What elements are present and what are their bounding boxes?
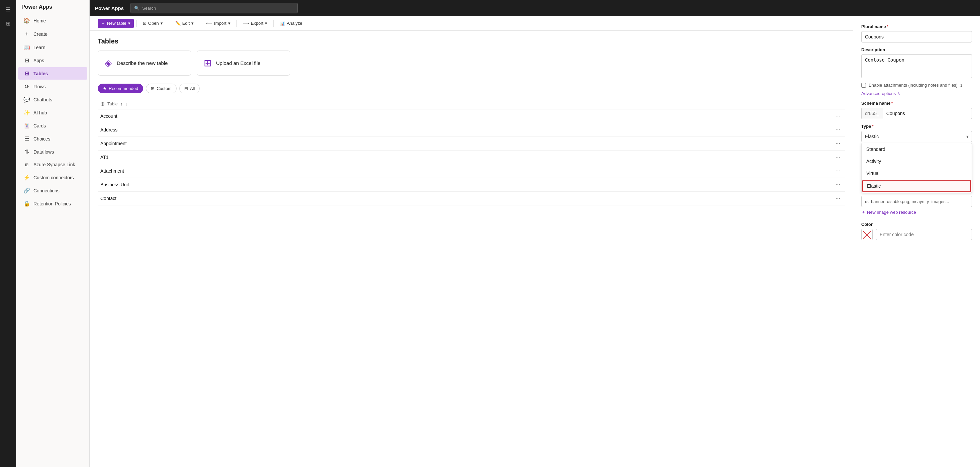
table-row[interactable]: Account ⋯: [98, 109, 845, 123]
analyze-button[interactable]: 📊 Analyze: [276, 19, 305, 27]
chatbots-icon: 💬: [24, 96, 30, 103]
more-options-icon[interactable]: ⋯: [834, 167, 842, 174]
sidebar-item-ai-hub[interactable]: ✨ AI hub: [18, 107, 87, 119]
toolbar-divider-3: [200, 20, 200, 27]
ai-hub-icon: ✨: [24, 109, 30, 116]
nav-bar: ☰ ⊞: [0, 0, 16, 467]
table-row[interactable]: Appointment ⋯: [98, 137, 845, 151]
filter-custom[interactable]: ⊞ Custom: [146, 84, 177, 93]
description-input[interactable]: Contoso Coupon: [861, 54, 972, 78]
edit-button[interactable]: ✏️ Edit ▾: [172, 19, 197, 27]
attachments-label: Enable attachments (including notes and …: [869, 83, 958, 88]
more-options-icon[interactable]: ⋯: [834, 126, 842, 133]
filter-recommended[interactable]: ★ Recommended: [98, 84, 143, 93]
sidebar-item-learn[interactable]: 📖 Learn: [18, 41, 87, 54]
sidebar-item-flows[interactable]: ⟳ Flows: [18, 80, 87, 92]
type-option-standard[interactable]: Standard: [862, 143, 972, 155]
color-input[interactable]: [876, 229, 972, 240]
type-option-activity[interactable]: Activity: [862, 155, 972, 167]
add-image-resource-button[interactable]: ＋ New image web resource: [861, 207, 916, 217]
table-name: Business Unit: [100, 182, 834, 187]
filter-label: Custom: [156, 86, 172, 91]
import-button[interactable]: ⟵ Import ▾: [203, 19, 234, 27]
describe-label: Describe the new table: [117, 60, 168, 66]
more-options-icon[interactable]: ⋯: [834, 195, 842, 202]
filter-label: All: [190, 86, 195, 91]
import-icon: ⟵: [206, 21, 212, 26]
sidebar-item-label: Flows: [33, 84, 46, 89]
advanced-options-toggle[interactable]: Advanced options ∧: [861, 91, 972, 96]
sidebar-item-dataflows[interactable]: ⇅ Dataflows: [18, 145, 87, 158]
more-options-icon[interactable]: ⋯: [834, 140, 842, 147]
export-button[interactable]: ⟶ Export ▾: [239, 19, 271, 27]
learn-icon: 📖: [24, 44, 30, 51]
sidebar-item-label: Tables: [33, 71, 48, 76]
table-row[interactable]: Attachment ⋯: [98, 164, 845, 178]
search-placeholder: Search: [142, 6, 156, 11]
sidebar-item-tables[interactable]: ⊞ Tables: [18, 67, 87, 80]
tables-title: Tables: [98, 37, 845, 45]
table-name: AT1: [100, 155, 834, 160]
sidebar-item-cards[interactable]: 🃏 Cards: [18, 120, 87, 132]
table-row[interactable]: Business Unit ⋯: [98, 178, 845, 192]
right-panel: Plural name* Description Contoso Coupon …: [853, 16, 980, 467]
sidebar-item-apps[interactable]: ⊞ Apps: [18, 54, 87, 67]
describe-table-card[interactable]: ◈ Describe the new table: [98, 51, 191, 76]
color-swatch[interactable]: [861, 229, 873, 240]
custom-connectors-icon: ⚡: [24, 174, 30, 181]
sidebar-item-home[interactable]: 🏠 Home: [18, 14, 87, 27]
connections-icon: 🔗: [24, 187, 30, 194]
dataflows-icon: ⇅: [24, 148, 30, 155]
image-resource-input[interactable]: [861, 196, 972, 207]
table-name: Address: [100, 127, 834, 132]
upload-excel-card[interactable]: ⊞ Upload an Excel file: [197, 51, 290, 76]
export-icon: ⟶: [243, 21, 249, 26]
color-row: [861, 229, 972, 240]
table-row[interactable]: Address ⋯: [98, 123, 845, 137]
plural-name-input[interactable]: [861, 31, 972, 43]
schema-row: cr665_: [861, 108, 972, 119]
sidebar-item-connections[interactable]: 🔗 Connections: [18, 184, 87, 197]
sidebar-item-retention[interactable]: 🔒 Retention Policies: [18, 198, 87, 210]
edit-icon: ✏️: [175, 21, 181, 26]
sidebar-item-create[interactable]: ＋ Create: [18, 27, 87, 40]
search-bar[interactable]: 🔍 Search: [130, 3, 298, 13]
attachments-row: Enable attachments (including notes and …: [861, 83, 972, 88]
open-button[interactable]: ⊡ Open ▾: [140, 19, 166, 27]
new-table-button[interactable]: ＋ New table ▾: [98, 19, 134, 28]
sidebar-item-label: Connections: [33, 188, 59, 193]
more-options-icon[interactable]: ⋯: [834, 113, 842, 120]
sidebar-item-custom-connectors[interactable]: ⚡ Custom connectors: [18, 171, 87, 184]
grid-icon-all: ⊟: [184, 86, 188, 91]
sidebar-item-azure-synapse[interactable]: ⧇ Azure Synapse Link: [18, 159, 87, 171]
table-row[interactable]: Contact ⋯: [98, 192, 845, 206]
cards-icon: 🃏: [24, 123, 30, 129]
waffle-icon[interactable]: ⊞: [2, 18, 14, 29]
app-logo: Power Apps: [95, 5, 124, 11]
more-options-icon[interactable]: ⋯: [834, 154, 842, 161]
retention-icon: 🔒: [24, 200, 30, 207]
sidebar-item-chatbots[interactable]: 💬 Chatbots: [18, 93, 87, 106]
sidebar-item-label: Azure Synapse Link: [33, 162, 75, 167]
sidebar-item-label: Create: [33, 32, 48, 37]
type-select[interactable]: Elastic: [861, 131, 972, 142]
table-row[interactable]: AT1 ⋯: [98, 151, 845, 164]
plural-name-label: Plural name*: [861, 24, 972, 29]
azure-synapse-icon: ⧇: [24, 162, 30, 167]
table-name: Account: [100, 113, 834, 119]
toolbar: ＋ New table ▾ ⊡ Open ▾ ✏️ Edit ▾: [90, 16, 853, 31]
more-options-icon[interactable]: ⋯: [834, 181, 842, 188]
filter-all[interactable]: ⊟ All: [179, 84, 200, 93]
sidebar-item-label: Cards: [33, 123, 46, 129]
color-swatch-x: [862, 229, 872, 240]
type-option-virtual[interactable]: Virtual: [862, 167, 972, 179]
hamburger-menu-icon[interactable]: ☰: [2, 3, 14, 15]
sidebar-item-label: Home: [33, 18, 46, 24]
attachments-checkbox[interactable]: [861, 83, 866, 88]
chevron-up-icon: ∧: [897, 91, 900, 96]
choices-icon: ☰: [24, 135, 30, 142]
type-option-elastic[interactable]: Elastic: [862, 180, 971, 192]
schema-input[interactable]: [883, 108, 972, 119]
sidebar-item-choices[interactable]: ☰ Choices: [18, 132, 87, 145]
plus-icon: ＋: [861, 209, 865, 215]
